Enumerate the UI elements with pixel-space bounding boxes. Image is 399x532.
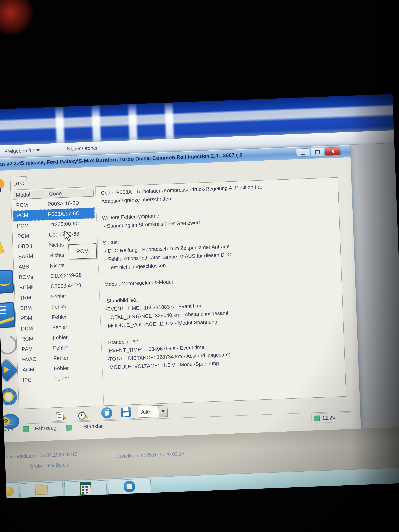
dtc-freeze-frame-icon[interactable] — [74, 407, 93, 421]
dtc-row-modul: BCMii — [19, 274, 33, 280]
status-divider — [77, 423, 77, 431]
column-header-modul[interactable]: Modul — [13, 190, 45, 200]
dtc-row-code: C2003:49-28 — [51, 282, 81, 289]
dtc-filter-dropdown[interactable]: Alle — [138, 405, 168, 418]
chevron-down-icon — [161, 410, 165, 412]
dtc-row-modul: PCM — [17, 222, 29, 229]
dtc-row-modul: ACM — [22, 367, 34, 373]
spreadsheet-icon — [80, 482, 91, 495]
clear-dtc-trash-icon[interactable] — [98, 406, 116, 420]
mouse-cursor — [63, 230, 72, 242]
dtc-row-modul: ABS — [19, 264, 29, 270]
laptop-screen: Freigeben für Neuer Ordner can v2.3.45 r… — [0, 94, 399, 499]
dtc-content-panel: Modul Code PCM P003A:16-2D PCM — [10, 177, 346, 409]
dtc-row-modul: PAM — [22, 346, 33, 352]
folder-icon — [35, 485, 48, 495]
photo-frame: Freigeben für Neuer Ordner can v2.3.45 r… — [0, 0, 399, 532]
file-size-text: Größe: 949 Bytes — [30, 462, 68, 469]
created-date-text: Erstelldatum: 05.07.2020 02:15 — [116, 451, 184, 459]
dtc-row-code: Fehler — [51, 293, 66, 300]
voltage-status-indicator — [314, 416, 320, 421]
forscan-logo-icon[interactable] — [108, 478, 151, 494]
vehicle-label: Fahrzeug: — [35, 425, 58, 432]
dtc-row-code: Fehler — [51, 304, 66, 310]
vehicle-status-indicator — [66, 424, 72, 431]
dtc-row-code: C1D22:49-28 — [50, 272, 82, 279]
dropdown-arrow-button[interactable] — [158, 405, 167, 417]
window-body: DTC Modul Code PCM P003A:16-2D — [0, 157, 361, 443]
new-folder-button[interactable]: Neuer Ordner — [67, 142, 98, 155]
dtc-detail-panel: Code: P003A - Turbolader-/Kompressordruc… — [101, 181, 342, 373]
modified-date-text: derungsdatum: 05.07.2020 02:15 — [6, 451, 78, 460]
minimize-icon — [301, 154, 305, 155]
dtc-row-modul: SASM — [18, 253, 33, 260]
dtc-row-code: Fehler — [52, 314, 67, 320]
dtc-row-modul: PCM — [17, 233, 29, 239]
dtc-row-modul: PCM — [16, 202, 28, 208]
chip-icon[interactable] — [0, 359, 18, 382]
dtc-row-code: Fehler — [54, 365, 69, 372]
warning-triangle-icon[interactable] — [0, 238, 10, 259]
dtc-filter-value: Alle — [138, 408, 159, 415]
dtc-row-code: P003A:16-2D — [48, 200, 79, 207]
chevron-down-icon — [36, 149, 40, 151]
read-dtc-report-icon[interactable] — [52, 408, 71, 422]
dtc-row-modul: RCM — [21, 336, 33, 342]
dtc-row-code: P1235:00-6C — [48, 221, 79, 228]
dtc-row-modul: OBDII — [18, 243, 32, 249]
tab-dtc[interactable]: DTC — [10, 176, 27, 190]
column-header-code[interactable]: Code — [46, 188, 94, 198]
dtc-row-modul: HVAC — [22, 356, 37, 363]
dtc-row-code: Fehler — [52, 334, 68, 341]
new-folder-label: Neuer Ordner — [67, 145, 98, 152]
close-button[interactable]: X — [325, 147, 341, 156]
spreadsheet-icon[interactable] — [64, 480, 107, 496]
vehicle-icon[interactable] — [0, 176, 8, 196]
test-clipboard-icon[interactable] — [0, 302, 15, 328]
dtc-row-code: Fehler — [53, 355, 69, 361]
save-icon[interactable] — [117, 405, 135, 419]
dtc-row-code: Fehler — [54, 375, 69, 382]
dtc-row-modul: PCM — [17, 212, 29, 219]
start-orb-icon[interactable] — [0, 484, 18, 498]
dtc-row-modul: SRM — [20, 305, 32, 311]
start-orb-icon — [4, 486, 14, 496]
forscan-logo-icon — [123, 481, 135, 493]
dtc-row-modul: TRM — [20, 294, 31, 301]
oscilloscope-icon[interactable] — [0, 270, 14, 294]
battery-voltage-value: 12.2V — [322, 415, 336, 421]
dtc-row-code: P003A:17-6C — [48, 210, 80, 217]
module-tooltip: PCM — [68, 243, 97, 259]
dtc-row-code: Fehler — [53, 345, 68, 351]
forscan-window: can v2.3.45 release, Ford Galaxy\S-Max D… — [0, 145, 361, 444]
folder-icon[interactable] — [20, 482, 63, 498]
trash-icon — [101, 407, 113, 419]
dtc-row-code: Nichts — [49, 242, 64, 248]
maximize-icon — [315, 150, 320, 154]
dtc-table: PCM P003A:16-2D PCM P003A:17-6C PCM — [13, 197, 101, 386]
dtc-row-code: Nichts — [50, 262, 65, 269]
share-with-label: Freigeben für — [4, 147, 34, 154]
connection-status-text: Startklar — [83, 423, 103, 430]
dtc-row-modul: PDM — [20, 315, 32, 321]
dtc-row-code: Fehler — [52, 324, 67, 330]
maximize-button[interactable] — [310, 148, 325, 156]
share-with-menu[interactable]: Freigeben für — [4, 144, 40, 158]
dtc-row-modul: BCMii — [19, 284, 33, 291]
floppy-disk-icon — [121, 407, 131, 417]
dtc-row-code: Nichts — [49, 252, 64, 259]
table-header: Modul Code — [13, 191, 13, 200]
camera-red-glare — [0, 0, 34, 34]
interface-label: erface: — [0, 427, 15, 433]
dtc-row-modul: IPC — [23, 377, 32, 383]
minimize-button[interactable] — [296, 148, 310, 157]
dtc-row-modul: DDM — [21, 325, 33, 332]
gear-icon[interactable] — [0, 388, 17, 406]
document-icon — [57, 412, 63, 420]
battery-voltage-cell: 12.2V — [311, 412, 350, 423]
interface-status-indicator — [23, 426, 29, 432]
